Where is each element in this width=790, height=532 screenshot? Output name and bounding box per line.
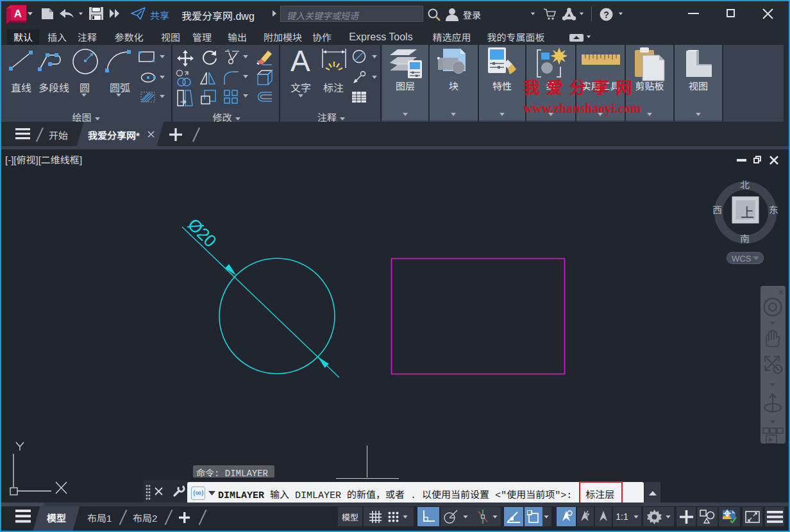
svg-text:?: ? <box>603 10 609 20</box>
svg-text:A: A <box>14 8 22 20</box>
svg-text:Ø20: Ø20 <box>184 215 221 251</box>
